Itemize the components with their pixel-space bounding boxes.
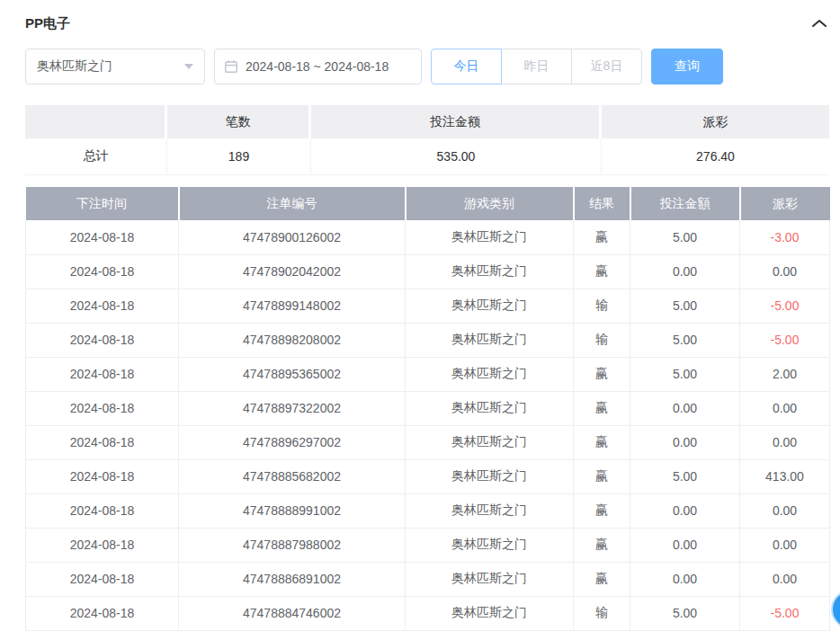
cell-game-category: 奥林匹斯之门: [406, 289, 574, 323]
cell-bet-time: 2024-08-18: [26, 562, 179, 596]
cell-order-id: 47478888991002: [179, 493, 406, 528]
cell-result: 赢: [574, 459, 630, 493]
cell-game-category: 奥林匹斯之门: [406, 596, 574, 630]
summary-table: 笔数 投注金额 派彩 总计 189 535.00 276.40: [25, 105, 829, 175]
table-row: 2024-08-18 47478887988002 奥林匹斯之门 赢 0.00 …: [26, 528, 830, 562]
summary-header-bet-amount: 投注金额: [311, 105, 602, 138]
cell-game-category: 奥林匹斯之门: [406, 391, 574, 425]
cell-payout: 413.00: [740, 459, 830, 493]
summary-header-empty: [25, 105, 167, 138]
cell-result: 输: [574, 596, 630, 630]
cell-result: 赢: [574, 562, 630, 596]
collapse-panel-button[interactable]: [809, 16, 829, 31]
table-row: 2024-08-18 47478902042002 奥林匹斯之门 赢 0.00 …: [26, 254, 830, 289]
header-payout: 派彩: [740, 187, 830, 220]
cell-bet-amount: 0.00: [630, 425, 740, 459]
cell-order-id: 47478902042002: [179, 254, 406, 289]
last-8-days-button[interactable]: 近8日: [571, 49, 642, 84]
cell-bet-amount: 0.00: [630, 528, 740, 562]
cell-order-id: 47478896297002: [179, 425, 406, 459]
summary-total-payout: 276.40: [602, 138, 829, 174]
cell-order-id: 47478897322002: [179, 391, 406, 425]
cell-game-category: 奥林匹斯之门: [406, 493, 574, 528]
cell-bet-time: 2024-08-18: [26, 493, 179, 528]
cell-bet-amount: 0.00: [630, 562, 740, 596]
panel-title: PP电子: [25, 15, 70, 32]
floating-action-button[interactable]: [831, 590, 840, 629]
bet-table-body: 2024-08-18 47478900126002 奥林匹斯之门 赢 5.00 …: [26, 220, 830, 630]
bet-records-table: 下注时间 注单编号 游戏类别 结果 投注金額 派彩 2024-08-18 474…: [25, 187, 830, 631]
cell-game-category: 奥林匹斯之门: [406, 459, 574, 493]
game-select[interactable]: 奥林匹斯之门: [25, 49, 205, 84]
table-row: 2024-08-18 47478895365002 奥林匹斯之门 赢 5.00 …: [26, 357, 830, 391]
cell-bet-time: 2024-08-18: [26, 528, 179, 562]
cell-result: 输: [574, 289, 630, 323]
date-range-input[interactable]: 2024-08-18 ~ 2024-08-18: [214, 49, 422, 84]
cell-game-category: 奥林匹斯之门: [406, 425, 574, 459]
yesterday-button[interactable]: 昨日: [501, 49, 572, 84]
calendar-icon: [224, 59, 238, 74]
cell-result: 输: [574, 323, 630, 357]
cell-payout: 0.00: [740, 528, 830, 562]
cell-game-category: 奥林匹斯之门: [406, 562, 574, 596]
header-bet-time: 下注时间: [26, 187, 179, 220]
cell-order-id: 47478895365002: [179, 357, 406, 391]
cell-payout: 0.00: [740, 391, 830, 425]
cell-result: 赢: [574, 254, 630, 289]
cell-bet-time: 2024-08-18: [26, 459, 179, 493]
query-button[interactable]: 查询: [651, 49, 723, 84]
today-button[interactable]: 今日: [431, 49, 502, 84]
table-row: 2024-08-18 47478899148002 奥林匹斯之门 输 5.00 …: [26, 289, 830, 323]
cell-order-id: 47478898208002: [179, 323, 406, 357]
cell-result: 赢: [574, 493, 630, 528]
cell-game-category: 奥林匹斯之门: [406, 528, 574, 562]
cell-order-id: 47478885682002: [179, 459, 406, 493]
cell-bet-amount: 5.00: [630, 289, 740, 323]
pp-games-panel: PP电子 奥林匹斯之门 2024-08-18 ~ 2024-08-18: [25, 13, 829, 631]
header-bet-amount: 投注金額: [630, 187, 740, 220]
cell-order-id: 47478899148002: [179, 289, 406, 323]
table-row: 2024-08-18 47478888991002 奥林匹斯之门 赢 0.00 …: [26, 493, 830, 528]
cell-result: 赢: [574, 425, 630, 459]
cell-order-id: 47478886891002: [179, 562, 406, 596]
cell-bet-amount: 5.00: [630, 323, 740, 357]
cell-game-category: 奥林匹斯之门: [406, 220, 574, 254]
cell-payout: 0.00: [740, 493, 830, 528]
game-select-value: 奥林匹斯之门: [37, 58, 112, 75]
cell-payout: -5.00: [740, 289, 830, 323]
cell-bet-time: 2024-08-18: [26, 596, 179, 630]
chevron-up-icon: [811, 18, 827, 29]
panel-header: PP电子: [25, 13, 829, 33]
cell-order-id: 47478900126002: [179, 220, 406, 254]
summary-header-payout: 派彩: [602, 105, 829, 138]
summary-total-count: 189: [167, 138, 311, 174]
chevron-down-icon: [184, 64, 193, 69]
cell-bet-amount: 0.00: [630, 391, 740, 425]
header-game-category: 游戏类别: [406, 187, 574, 220]
cell-order-id: 47478887988002: [179, 528, 406, 562]
table-row: 2024-08-18 47478884746002 奥林匹斯之门 输 5.00 …: [26, 596, 830, 630]
cell-bet-amount: 5.00: [630, 357, 740, 391]
cell-payout: 0.00: [740, 562, 830, 596]
cell-payout: 2.00: [740, 357, 830, 391]
summary-header-row: 笔数 投注金额 派彩: [25, 105, 829, 138]
table-row: 2024-08-18 47478897322002 奥林匹斯之门 赢 0.00 …: [26, 391, 830, 425]
table-row: 2024-08-18 47478898208002 奥林匹斯之门 输 5.00 …: [26, 323, 830, 357]
bet-table-header: 下注时间 注单编号 游戏类别 结果 投注金額 派彩: [26, 187, 830, 220]
cell-payout: 0.00: [740, 254, 830, 289]
table-row: 2024-08-18 47478885682002 奥林匹斯之门 赢 5.00 …: [26, 459, 830, 493]
cell-bet-time: 2024-08-18: [26, 425, 179, 459]
summary-total-label: 总计: [25, 138, 167, 174]
cell-bet-amount: 5.00: [630, 459, 740, 493]
cell-payout: -5.00: [740, 596, 830, 630]
date-range-value: 2024-08-18 ~ 2024-08-18: [246, 59, 389, 74]
cell-payout: -3.00: [740, 220, 830, 254]
cell-bet-amount: 0.00: [630, 254, 740, 289]
summary-total-bet-amount: 535.00: [311, 138, 602, 174]
table-row: 2024-08-18 47478886891002 奥林匹斯之门 赢 0.00 …: [26, 562, 830, 596]
summary-total-row: 总计 189 535.00 276.40: [25, 138, 829, 175]
summary-header-count: 笔数: [167, 105, 311, 138]
header-result: 结果: [574, 187, 630, 220]
cell-bet-time: 2024-08-18: [26, 357, 179, 391]
quick-range-button-group: 今日 昨日 近8日: [431, 49, 642, 84]
